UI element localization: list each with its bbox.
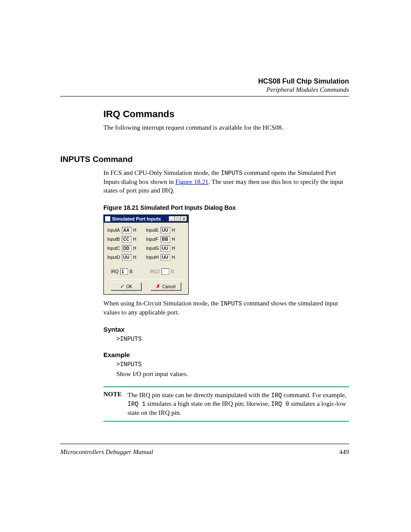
section-title: Peripheral Modules Commands [60,86,349,93]
page-header: HCS08 Full Chip Simulation Peripheral Mo… [60,78,349,93]
input-e-field[interactable] [161,227,170,233]
input-row: InputEH [146,227,175,233]
header-rule [60,96,349,96]
input-row: InputDH [107,254,137,261]
footer-rule [60,444,349,444]
note-block: NOTE The IRQ pin state can be directly m… [103,391,349,417]
input-b-field[interactable] [122,236,131,243]
input-c-field[interactable] [122,245,131,252]
inputs-description-2: When using In-Circuit Simulation mode, t… [103,299,349,317]
input-h-field[interactable] [161,254,170,261]
note-body: The IRQ pin state can be directly manipu… [128,391,349,417]
figure-link[interactable]: Figure 18.21 [175,178,209,185]
example-code: >INPUTS [116,361,349,368]
code-inline: IRQ 1 [128,401,146,408]
syntax-code: >INPUTS [116,336,349,342]
page-number: 449 [339,448,349,456]
input-row: InputFH [146,236,175,243]
input-column-left: InputAH InputBH InputCH InputDH [107,227,137,261]
dialog-title: Simulated Port Inputs [112,216,169,221]
heading-irq-commands: IRQ Commands [103,109,349,120]
input-row: InputGH [146,245,175,252]
syntax-heading: Syntax [103,326,349,333]
irq-field[interactable] [120,268,128,275]
code-inline: IRQ 0 [271,401,289,408]
maximize-button[interactable]: □ [175,216,181,221]
input-row: InputHH [146,254,175,261]
input-row: InputAH [107,227,137,233]
inputs-description-1: In FCS and CPU-Only Simulation mode, the… [103,168,349,195]
irq-block: IRQB [107,268,133,275]
input-row: InputBH [107,236,137,243]
irq2-block: IRQ2B [149,268,174,275]
check-icon: ✓ [120,283,125,289]
cancel-button[interactable]: ✗Cancel [150,282,181,291]
app-icon [105,216,110,221]
code-inline: IRQ [271,392,282,399]
intro-paragraph: The following interrupt request command … [103,124,349,131]
code-inline: INPUTS [221,170,243,177]
input-f-field[interactable] [161,236,170,243]
input-row: InputCH [107,245,137,252]
example-heading: Example [103,351,349,358]
chapter-title: HCS08 Full Chip Simulation [60,78,349,85]
input-a-field[interactable] [122,227,131,233]
simulated-port-inputs-dialog: Simulated Port Inputs _ □ × InputAH Inpu… [103,215,189,295]
footer-doc-title: Microcontrollers Debugger Manual [60,448,153,456]
code-inline: INPUTS [220,300,242,307]
dialog-titlebar: Simulated Port Inputs _ □ × [104,215,188,223]
figure-caption: Figure 18.21 Simulated Port Inputs Dialo… [103,204,349,211]
input-column-right: InputEH InputFH InputGH InputHH [146,227,175,261]
input-g-field[interactable] [161,245,170,252]
cross-icon: ✗ [156,283,160,289]
page-footer: Microcontrollers Debugger Manual 449 [60,444,349,456]
heading-inputs-command: INPUTS Command [60,155,349,164]
note-label: NOTE [103,391,128,417]
note-rule-top [103,386,349,387]
irq2-field [162,268,169,275]
ok-button[interactable]: ✓OK [111,282,142,291]
minimize-button[interactable]: _ [169,216,175,221]
input-d-field[interactable] [122,254,131,261]
example-description: Show I/O port input values. [116,370,349,378]
close-button[interactable]: × [181,216,187,221]
note-rule-bottom [103,421,349,422]
